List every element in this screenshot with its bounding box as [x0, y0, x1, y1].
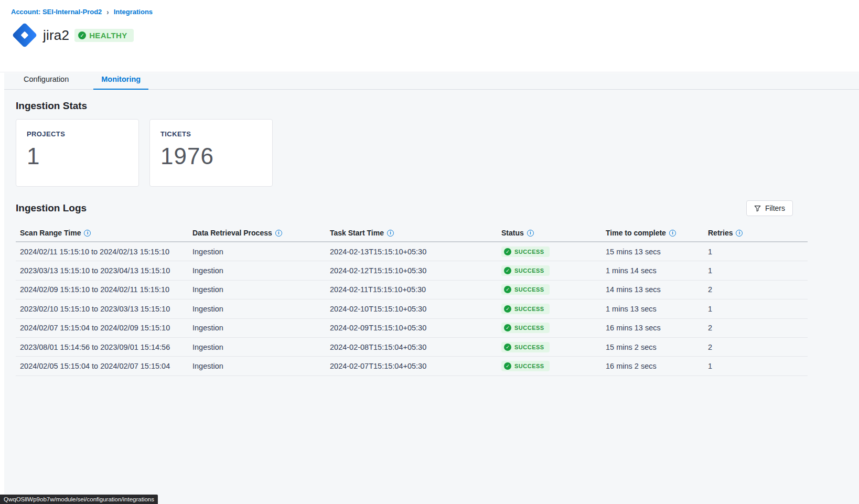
tab-configuration[interactable]: Configuration — [16, 72, 77, 90]
status-badge-label: SUCCESS — [514, 344, 544, 350]
check-circle-icon: ✓ — [504, 305, 511, 313]
health-status-badge: ✓ HEALTHY — [74, 29, 134, 42]
retries-cell: 2 — [708, 343, 808, 351]
info-icon[interactable]: i — [527, 230, 534, 237]
scan-range-cell: 2024/02/09 15:15:10 to 2024/02/11 15:15:… — [20, 285, 192, 294]
status-cell: ✓SUCCESS — [501, 361, 606, 371]
info-icon[interactable]: i — [669, 230, 676, 237]
stat-card-tickets: TICKETS 1976 — [149, 119, 273, 187]
column-header-label: Time to complete — [606, 229, 666, 237]
check-circle-icon: ✓ — [504, 344, 511, 351]
task-start-cell: 2024-02-10T15:15:10+05:30 — [330, 305, 501, 313]
status-badge: ✓SUCCESS — [501, 323, 550, 333]
scan-range-cell: 2024/02/05 15:15:04 to 2024/02/07 15:15:… — [20, 362, 192, 370]
task-start-cell: 2024-02-08T15:15:04+05:30 — [330, 343, 501, 351]
task-start-cell: 2024-02-09T15:15:10+05:30 — [330, 324, 501, 332]
page-body: Configuration Monitoring Ingestion Stats… — [0, 73, 859, 504]
status-badge: ✓SUCCESS — [501, 265, 550, 276]
table-row: 2023/08/01 15:14:56 to 2023/09/01 15:14:… — [16, 338, 808, 357]
info-icon[interactable]: i — [84, 230, 91, 237]
process-cell: Ingestion — [192, 248, 330, 256]
process-cell: Ingestion — [192, 324, 330, 332]
check-circle-icon: ✓ — [504, 267, 511, 274]
tab-bar: Configuration Monitoring — [4, 73, 859, 90]
stat-value: 1976 — [160, 143, 262, 169]
process-cell: Ingestion — [192, 266, 330, 275]
column-header-data-retrieval-process: Data Retrieval Processi — [192, 229, 330, 237]
info-icon[interactable]: i — [736, 230, 743, 237]
process-cell: Ingestion — [192, 343, 330, 351]
stat-card-projects: PROJECTS 1 — [16, 119, 139, 187]
filters-button-label: Filters — [765, 204, 785, 212]
column-header-time-to-complete: Time to completei — [606, 229, 708, 237]
page-header: Account: SEI-Internal-Prod2 › Integratio… — [0, 0, 859, 72]
info-icon[interactable]: i — [387, 230, 394, 237]
retries-cell: 2 — [708, 285, 808, 294]
health-badge-label: HEALTHY — [89, 31, 127, 40]
retries-cell: 1 — [708, 266, 808, 275]
time-to-complete-cell: 15 mins 13 secs — [606, 248, 708, 256]
filters-button[interactable]: Filters — [746, 200, 793, 216]
retries-cell: 2 — [708, 324, 808, 332]
status-badge-label: SUCCESS — [514, 306, 544, 312]
task-start-cell: 2024-02-13T15:15:10+05:30 — [330, 248, 501, 256]
time-to-complete-cell: 1 mins 14 secs — [606, 266, 708, 275]
check-circle-icon: ✓ — [504, 362, 511, 370]
scan-range-cell: 2023/02/10 15:15:10 to 2023/03/13 15:15:… — [20, 305, 192, 313]
stat-value: 1 — [27, 143, 128, 169]
status-badge: ✓SUCCESS — [501, 361, 550, 371]
status-cell: ✓SUCCESS — [501, 284, 606, 295]
logs-table-body: 2024/02/11 15:15:10 to 2024/02/13 15:15:… — [16, 242, 808, 376]
retries-cell: 1 — [708, 362, 808, 370]
table-row: 2023/03/13 15:15:10 to 2023/04/13 15:15:… — [16, 261, 808, 280]
status-badge-label: SUCCESS — [514, 325, 544, 331]
check-circle-icon: ✓ — [504, 248, 511, 255]
check-circle-icon: ✓ — [504, 286, 511, 293]
scan-range-cell: 2024/02/11 15:15:10 to 2024/02/13 15:15:… — [20, 248, 192, 256]
logs-table-header: Scan Range TimeiData Retrieval ProcessiT… — [16, 224, 808, 242]
scan-range-cell: 2023/03/13 15:15:10 to 2023/04/13 15:15:… — [20, 266, 192, 275]
jira-logo-icon — [11, 22, 38, 49]
ingestion-logs-header: Ingestion Logs Filters — [16, 200, 808, 216]
column-header-label: Scan Range Time — [20, 229, 81, 237]
process-cell: Ingestion — [192, 285, 330, 294]
column-header-retries: Retriesi — [708, 229, 808, 237]
retries-cell: 1 — [708, 248, 808, 256]
breadcrumb: Account: SEI-Internal-Prod2 › Integratio… — [0, 0, 859, 16]
info-icon[interactable]: i — [275, 230, 282, 237]
process-cell: Ingestion — [192, 305, 330, 313]
ingestion-logs-heading: Ingestion Logs — [16, 202, 87, 214]
table-row: 2023/02/10 15:15:10 to 2023/03/13 15:15:… — [16, 299, 808, 318]
status-badge: ✓SUCCESS — [501, 342, 550, 352]
table-row: 2024/02/09 15:15:10 to 2024/02/11 15:15:… — [16, 281, 808, 299]
task-start-cell: 2024-02-07T15:15:04+05:30 — [330, 362, 501, 370]
column-header-scan-range-time: Scan Range Timei — [20, 229, 192, 237]
process-cell: Ingestion — [192, 362, 330, 370]
status-badge: ✓SUCCESS — [501, 284, 550, 295]
status-badge: ✓SUCCESS — [501, 304, 550, 314]
status-cell: ✓SUCCESS — [501, 265, 606, 276]
check-circle-icon: ✓ — [78, 31, 86, 39]
page-title: jira2 — [43, 27, 69, 44]
status-badge-label: SUCCESS — [514, 249, 544, 255]
breadcrumb-integrations-link[interactable]: Integrations — [114, 8, 153, 16]
table-row: 2024/02/11 15:15:10 to 2024/02/13 15:15:… — [16, 242, 808, 261]
breadcrumb-account-link[interactable]: Account: SEI-Internal-Prod2 — [11, 8, 102, 16]
time-to-complete-cell: 15 mins 2 secs — [606, 343, 708, 351]
retries-cell: 1 — [708, 305, 808, 313]
column-header-label: Data Retrieval Process — [192, 229, 272, 237]
column-header-status: Statusi — [501, 229, 606, 237]
status-cell: ✓SUCCESS — [501, 342, 606, 352]
tab-monitoring[interactable]: Monitoring — [93, 72, 148, 90]
stat-cards: PROJECTS 1 TICKETS 1976 — [16, 119, 808, 187]
link-preview-status-bar: QwqOSllWp9ob7w/module/sei/configuration/… — [0, 495, 158, 504]
time-to-complete-cell: 16 mins 13 secs — [606, 324, 708, 332]
table-row: 2024/02/07 15:15:04 to 2024/02/09 15:15:… — [16, 319, 808, 338]
status-cell: ✓SUCCESS — [501, 323, 606, 333]
column-header-label: Task Start Time — [330, 229, 384, 237]
status-badge: ✓SUCCESS — [501, 246, 550, 257]
stat-label: PROJECTS — [27, 130, 128, 138]
time-to-complete-cell: 14 mins 13 secs — [606, 285, 708, 294]
filter-funnel-icon — [754, 205, 761, 212]
status-badge-label: SUCCESS — [514, 363, 544, 369]
